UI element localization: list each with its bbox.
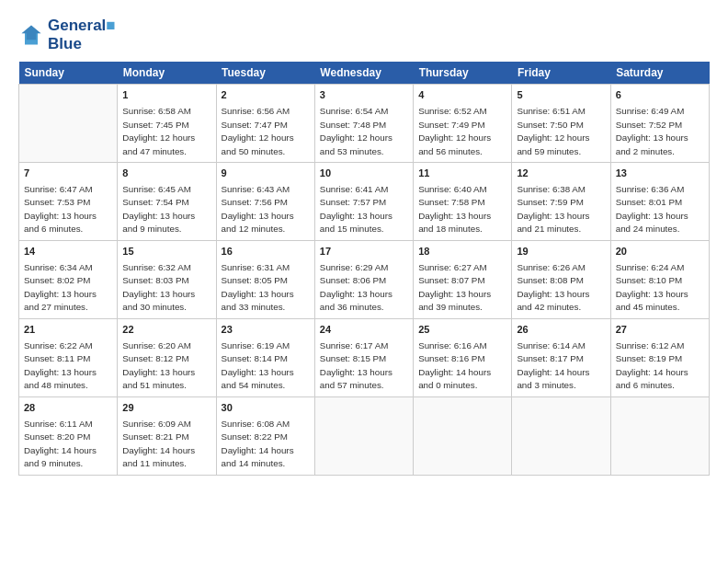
day-number: 21 [24,323,112,338]
day-detail: Sunrise: 6:29 AMSunset: 8:06 PMDaylight:… [320,262,392,313]
day-detail: Sunrise: 6:14 AMSunset: 8:17 PMDaylight:… [517,340,589,391]
day-cell: 27Sunrise: 6:12 AMSunset: 8:19 PMDayligh… [610,318,709,396]
day-detail: Sunrise: 6:12 AMSunset: 8:19 PMDaylight:… [616,340,688,391]
day-cell: 10Sunrise: 6:41 AMSunset: 7:57 PMDayligh… [314,163,413,241]
day-cell: 15Sunrise: 6:32 AMSunset: 8:03 PMDayligh… [118,240,216,318]
day-cell: 17Sunrise: 6:29 AMSunset: 8:06 PMDayligh… [314,240,413,318]
day-cell: 23Sunrise: 6:19 AMSunset: 8:14 PMDayligh… [216,318,314,396]
weekday-header-monday: Monday [118,62,216,85]
week-row-1: 7Sunrise: 6:47 AMSunset: 7:53 PMDaylight… [19,163,710,241]
day-detail: Sunrise: 6:09 AMSunset: 8:21 PMDaylight:… [122,419,195,469]
day-number: 15 [122,245,210,259]
day-cell: 5Sunrise: 6:51 AMSunset: 7:50 PMDaylight… [512,85,610,163]
day-number: 25 [418,323,506,338]
day-cell: 18Sunrise: 6:27 AMSunset: 8:07 PMDayligh… [414,240,512,318]
day-number: 20 [616,245,704,259]
day-detail: Sunrise: 6:34 AMSunset: 8:02 PMDaylight:… [24,262,97,313]
week-row-2: 14Sunrise: 6:34 AMSunset: 8:02 PMDayligh… [19,240,710,318]
weekday-header-sunday: Sunday [19,62,118,85]
day-cell: 16Sunrise: 6:31 AMSunset: 8:05 PMDayligh… [216,240,314,318]
day-number: 16 [222,245,310,259]
day-number: 27 [616,323,704,338]
day-cell: 4Sunrise: 6:52 AMSunset: 7:49 PMDaylight… [414,85,512,163]
day-cell: 21Sunrise: 6:22 AMSunset: 8:11 PMDayligh… [19,318,118,396]
day-number: 1 [122,88,210,103]
day-detail: Sunrise: 6:58 AMSunset: 7:45 PMDaylight:… [122,106,195,156]
day-number: 13 [616,167,704,181]
day-number: 3 [320,88,408,103]
day-cell: 2Sunrise: 6:56 AMSunset: 7:47 PMDaylight… [216,85,314,163]
day-number: 11 [418,167,506,181]
day-detail: Sunrise: 6:38 AMSunset: 7:59 PMDaylight:… [517,184,589,235]
day-cell: 28Sunrise: 6:11 AMSunset: 8:20 PMDayligh… [19,396,118,475]
day-cell: 30Sunrise: 6:08 AMSunset: 8:22 PMDayligh… [216,396,314,475]
day-detail: Sunrise: 6:54 AMSunset: 7:48 PMDaylight:… [320,106,392,156]
day-number: 26 [517,323,605,338]
day-number: 28 [24,401,112,416]
day-detail: Sunrise: 6:43 AMSunset: 7:56 PMDaylight:… [222,184,294,235]
day-detail: Sunrise: 6:31 AMSunset: 8:05 PMDaylight:… [222,262,294,313]
day-detail: Sunrise: 6:11 AMSunset: 8:20 PMDaylight:… [24,419,97,469]
logo-icon [18,22,44,48]
day-cell: 12Sunrise: 6:38 AMSunset: 7:59 PMDayligh… [512,163,610,241]
day-cell: 3Sunrise: 6:54 AMSunset: 7:48 PMDaylight… [314,85,413,163]
day-number: 6 [616,88,704,103]
weekday-header-saturday: Saturday [610,62,709,85]
day-cell: 19Sunrise: 6:26 AMSunset: 8:08 PMDayligh… [512,240,610,318]
day-number: 5 [517,88,605,103]
weekday-header-row: SundayMondayTuesdayWednesdayThursdayFrid… [19,62,710,85]
day-cell: 29Sunrise: 6:09 AMSunset: 8:21 PMDayligh… [118,396,216,475]
day-number: 23 [222,323,310,338]
day-detail: Sunrise: 6:56 AMSunset: 7:47 PMDaylight:… [222,106,294,156]
day-cell [414,396,512,475]
day-cell: 26Sunrise: 6:14 AMSunset: 8:17 PMDayligh… [512,318,610,396]
day-number: 24 [320,323,408,338]
day-detail: Sunrise: 6:20 AMSunset: 8:12 PMDaylight:… [122,340,195,391]
day-cell: 6Sunrise: 6:49 AMSunset: 7:52 PMDaylight… [610,85,709,163]
day-number: 7 [24,167,112,181]
day-detail: Sunrise: 6:22 AMSunset: 8:11 PMDaylight:… [24,340,97,391]
day-number: 17 [320,245,408,259]
day-detail: Sunrise: 6:41 AMSunset: 7:57 PMDaylight:… [320,184,392,235]
day-detail: Sunrise: 6:16 AMSunset: 8:16 PMDaylight:… [418,340,491,391]
weekday-header-tuesday: Tuesday [216,62,314,85]
logo-text: General■ Blue [48,17,116,52]
weekday-header-thursday: Thursday [414,62,512,85]
day-cell: 22Sunrise: 6:20 AMSunset: 8:12 PMDayligh… [118,318,216,396]
day-cell: 1Sunrise: 6:58 AMSunset: 7:45 PMDaylight… [118,85,216,163]
day-cell: 8Sunrise: 6:45 AMSunset: 7:54 PMDaylight… [118,163,216,241]
day-detail: Sunrise: 6:36 AMSunset: 8:01 PMDaylight:… [616,184,688,235]
day-cell [314,396,413,475]
day-number: 2 [222,88,310,103]
main-container: General■ Blue SundayMondayTuesdayWednesd… [0,0,728,485]
day-number: 19 [517,245,605,259]
day-cell [19,85,118,163]
logo: General■ Blue [18,17,116,52]
day-number: 12 [517,167,605,181]
day-detail: Sunrise: 6:45 AMSunset: 7:54 PMDaylight:… [122,184,195,235]
day-detail: Sunrise: 6:24 AMSunset: 8:10 PMDaylight:… [616,262,688,313]
week-row-4: 28Sunrise: 6:11 AMSunset: 8:20 PMDayligh… [19,396,710,475]
day-detail: Sunrise: 6:52 AMSunset: 7:49 PMDaylight:… [418,106,491,156]
calendar-table: SundayMondayTuesdayWednesdayThursdayFrid… [18,62,710,476]
day-number: 22 [122,323,210,338]
day-detail: Sunrise: 6:26 AMSunset: 8:08 PMDaylight:… [517,262,589,313]
day-cell [512,396,610,475]
day-number: 29 [122,401,210,416]
header-area: General■ Blue [18,17,710,52]
day-detail: Sunrise: 6:40 AMSunset: 7:58 PMDaylight:… [418,184,491,235]
day-number: 9 [222,167,310,181]
day-number: 4 [418,88,506,103]
day-cell: 25Sunrise: 6:16 AMSunset: 8:16 PMDayligh… [414,318,512,396]
day-cell: 7Sunrise: 6:47 AMSunset: 7:53 PMDaylight… [19,163,118,241]
svg-marker-1 [22,25,41,40]
day-detail: Sunrise: 6:32 AMSunset: 8:03 PMDaylight:… [122,262,195,313]
day-cell: 14Sunrise: 6:34 AMSunset: 8:02 PMDayligh… [19,240,118,318]
week-row-3: 21Sunrise: 6:22 AMSunset: 8:11 PMDayligh… [19,318,710,396]
day-detail: Sunrise: 6:08 AMSunset: 8:22 PMDaylight:… [222,419,294,469]
day-detail: Sunrise: 6:51 AMSunset: 7:50 PMDaylight:… [517,106,589,156]
day-detail: Sunrise: 6:49 AMSunset: 7:52 PMDaylight:… [616,106,688,156]
day-number: 30 [222,401,310,416]
day-cell: 9Sunrise: 6:43 AMSunset: 7:56 PMDaylight… [216,163,314,241]
day-number: 14 [24,245,112,259]
